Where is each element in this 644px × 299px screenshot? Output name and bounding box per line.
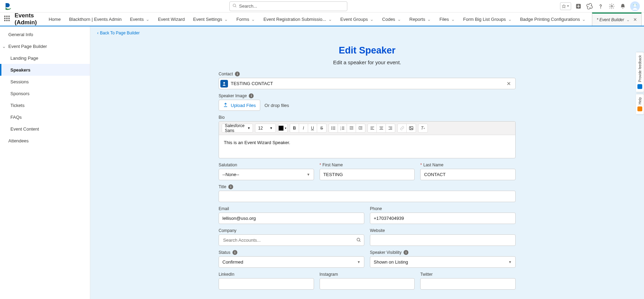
instagram-input[interactable] <box>320 278 415 290</box>
nav-files[interactable]: Files⌄ <box>435 12 459 26</box>
nav-blackthorn-admin[interactable]: Blackthorn | Events Admin <box>65 12 126 26</box>
rte-bullets-icon[interactable] <box>329 124 338 132</box>
svg-rect-24 <box>351 128 353 128</box>
rte-numbers-icon[interactable]: 123 <box>338 124 347 132</box>
nav-reports[interactable]: Reports⌄ <box>405 12 435 26</box>
breadcrumb-back-link[interactable]: ‹Back To Page Builder <box>97 31 140 35</box>
chevron-down-icon: ⌄ <box>328 17 332 22</box>
svg-point-42 <box>357 238 360 241</box>
rte-strike-icon[interactable]: S <box>317 124 326 132</box>
sidebar-item-sessions[interactable]: Sessions <box>0 76 90 88</box>
rte-clear-format-icon[interactable]: T× <box>418 124 427 132</box>
sidebar-item-faqs[interactable]: FAQs <box>0 111 90 123</box>
user-avatar[interactable] <box>630 1 640 11</box>
chevron-down-icon: ⌄ <box>251 17 255 22</box>
twitter-input[interactable] <box>420 278 516 290</box>
workspace-tab-event-builder[interactable]: * Event Builder ⌄ ✕ <box>592 13 641 26</box>
rte-align-center-icon[interactable] <box>377 124 386 132</box>
company-lookup[interactable] <box>219 234 364 246</box>
upload-files-button[interactable]: Upload Files <box>219 100 260 111</box>
first-name-input[interactable]: TESTING <box>320 169 415 180</box>
rte-align-left-icon[interactable] <box>368 124 377 132</box>
nav-event-settings[interactable]: Event Settings⌄ <box>189 12 232 26</box>
rte-bold-icon[interactable]: B <box>290 124 299 132</box>
nav-event-wizard[interactable]: Event Wizard <box>154 12 189 26</box>
chevron-down-icon: ⌄ <box>582 17 586 22</box>
status-label: Statusi <box>219 250 364 255</box>
rte-underline-icon[interactable]: U <box>308 124 317 132</box>
svg-rect-32 <box>370 128 373 128</box>
close-icon[interactable]: ✕ <box>633 17 637 22</box>
svg-line-43 <box>359 241 361 242</box>
rte-color-picker[interactable]: ▼ <box>278 124 288 133</box>
linkedin-label: LinkedIn <box>219 272 314 277</box>
nav-form-big-list[interactable]: Form Big List Groups⌄ <box>459 12 516 26</box>
bio-textarea[interactable]: This is an Event Wizard Speaker. <box>219 135 515 158</box>
info-icon[interactable]: i <box>249 93 254 98</box>
rte-link-icon[interactable] <box>398 124 407 132</box>
svg-rect-28 <box>360 128 362 128</box>
sidebar-item-event-content[interactable]: Event Content <box>0 123 90 135</box>
chevron-down-icon[interactable]: ⌄ <box>626 17 630 22</box>
help-tab[interactable]: Help <box>636 94 644 115</box>
setup-gear-icon[interactable] <box>608 2 616 10</box>
nav-events[interactable]: Events⌄ <box>126 12 154 26</box>
nav-badge-printing[interactable]: Badge Printing Configurations⌄ <box>516 12 590 26</box>
chevron-down-icon: ⌄ <box>451 17 455 22</box>
sidebar-item-sponsors[interactable]: Sponsors <box>0 88 90 99</box>
info-icon[interactable]: i <box>235 72 240 76</box>
edit-nav-icon[interactable] <box>642 16 644 23</box>
sidebar-item-speakers[interactable]: Speakers <box>0 64 90 76</box>
rte-size-select[interactable]: 12▼ <box>255 124 276 133</box>
chevron-down-icon: ⌄ <box>397 17 401 22</box>
nav-event-groups[interactable]: Event Groups⌄ <box>336 12 378 26</box>
info-icon[interactable]: i <box>232 250 237 255</box>
company-search-input[interactable] <box>222 237 361 243</box>
svg-rect-31 <box>370 127 374 127</box>
nav-forms[interactable]: Forms⌄ <box>232 12 259 26</box>
svg-rect-33 <box>370 129 374 130</box>
info-icon[interactable]: i <box>404 250 408 255</box>
favorites-dropdown[interactable]: ▼ <box>560 2 571 10</box>
info-icon[interactable]: i <box>228 184 233 189</box>
app-launcher-icon[interactable] <box>4 16 10 23</box>
salesforce-help-icon[interactable] <box>586 2 593 10</box>
app-logo <box>4 2 12 10</box>
nav-home[interactable]: Home <box>44 12 65 26</box>
contact-lookup[interactable]: TESTING CONTACT ✕ <box>219 78 516 89</box>
global-search[interactable]: Search... <box>229 1 347 11</box>
nav-event-registration[interactable]: Event Registration Submissio...⌄ <box>259 12 336 26</box>
nav-codes[interactable]: Codes⌄ <box>378 12 405 26</box>
sidebar-item-tickets[interactable]: Tickets <box>0 99 90 111</box>
visibility-select[interactable]: Shown on Listing▼ <box>370 256 516 268</box>
svg-rect-38 <box>390 128 392 128</box>
linkedin-input[interactable] <box>219 278 314 290</box>
question-icon[interactable] <box>597 2 604 10</box>
chevron-down-icon: ⌄ <box>370 17 374 22</box>
notifications-bell-icon[interactable] <box>619 2 627 10</box>
clear-icon[interactable]: ✕ <box>504 81 514 87</box>
rte-align-right-icon[interactable] <box>386 124 395 132</box>
sidebar-item-general-info[interactable]: General Info <box>0 28 90 40</box>
rte-font-select[interactable]: Salesforce Sans▼ <box>222 124 253 133</box>
sidebar-item-landing-page[interactable]: Landing Page <box>0 52 90 64</box>
provide-feedback-tab[interactable]: Provide feedback <box>636 52 644 92</box>
rte-outdent-icon[interactable] <box>347 124 356 132</box>
rte-toolbar: Salesforce Sans▼ 12▼ ▼ B I U S 123 <box>219 122 515 135</box>
title-input[interactable] <box>219 191 516 202</box>
svg-rect-18 <box>342 127 344 127</box>
phone-input[interactable]: +17037404939 <box>370 213 516 224</box>
rte-image-icon[interactable] <box>407 124 416 132</box>
rte-italic-icon[interactable]: I <box>299 124 308 132</box>
salutation-select[interactable]: --None--▼ <box>219 169 314 180</box>
sidebar-item-attendees[interactable]: Attendees <box>0 135 90 147</box>
rte-indent-icon[interactable] <box>356 124 365 132</box>
add-icon[interactable] <box>575 2 582 10</box>
twitter-label: Twitter <box>420 272 516 277</box>
email-input[interactable]: lellison@uso.org <box>219 213 364 224</box>
sidebar-item-event-page-builder[interactable]: ⌄ Event Page Builder <box>0 40 90 52</box>
website-input[interactable] <box>370 234 516 246</box>
svg-rect-39 <box>389 129 392 130</box>
last-name-input[interactable]: CONTACT <box>420 169 516 180</box>
status-select[interactable]: Confirmed▼ <box>219 256 364 268</box>
